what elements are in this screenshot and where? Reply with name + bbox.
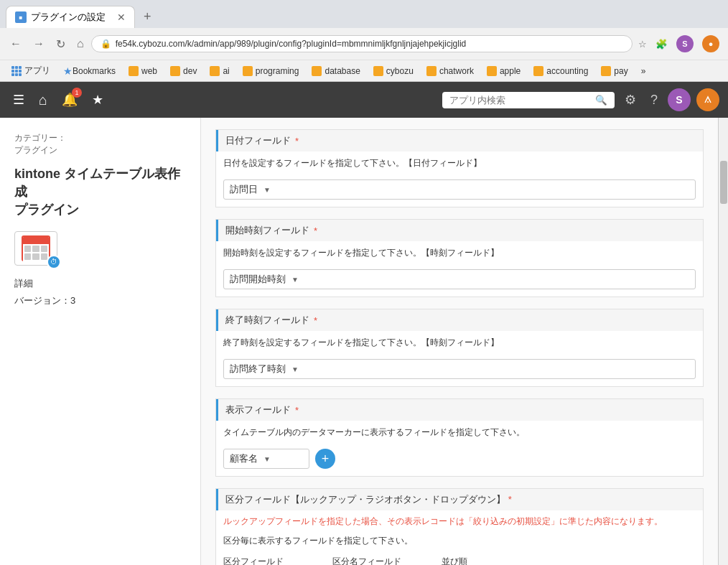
display-field-section: 表示フィールド * タイムテーブル内のデータマーカーに表示するフィールドを指定し… (215, 398, 704, 477)
user-avatar-s[interactable]: S (668, 88, 691, 111)
bookmark-dev[interactable]: dev (164, 65, 202, 78)
start-time-label-bar: 開始時刻フィールド * (216, 220, 703, 241)
folder-icon-chatwork (426, 66, 437, 76)
end-time-label-bar: 終了時刻フィールド * (216, 309, 703, 331)
search-box[interactable]: 🔍 (442, 92, 615, 108)
folder-icon-ai (210, 66, 220, 76)
profile-s-button[interactable]: S (673, 32, 696, 55)
start-time-section: 開始時刻フィールド * 開始時刻を設定するフィールドを指定して下さい。【時刻フィ… (215, 219, 704, 297)
folder-icon-database (312, 66, 322, 76)
bookmark-ai[interactable]: ai (204, 65, 235, 78)
date-field-dropdown[interactable]: 訪問日 ▼ (223, 179, 696, 200)
bookmark-database[interactable]: database (306, 65, 365, 78)
profile-avatar-notif: ● (702, 35, 719, 52)
display-field-desc: タイムテーブル内のデータマーカーに表示するフィールドを指定して下さい。 (216, 421, 703, 444)
bookmark-accounting[interactable]: accounting (528, 65, 594, 78)
bookmark-chatwork[interactable]: chatwork (421, 65, 480, 78)
end-time-section: 終了時刻フィールド * 終了時刻を設定するフィールドを指定して下さい。【時刻フィ… (215, 309, 704, 387)
address-bar: ← → ↻ ⌂ 🔒 fe54k.cybozu.com/k/admin/app/9… (0, 28, 728, 60)
display-fields-row: 顧客名 ▼ + (223, 449, 696, 469)
bookmark-star-button[interactable]: ☆ (635, 32, 650, 55)
start-time-required-star: * (314, 225, 317, 236)
date-field-content: 訪問日 ▼ (216, 175, 703, 207)
display-field-label: 表示フィールド (225, 403, 291, 416)
scrollbar-thumb (720, 161, 727, 204)
plugin-icon: ⏱ (14, 231, 57, 266)
display-field-arrow: ▼ (263, 455, 271, 463)
clock-icon: ⏱ (47, 255, 61, 269)
back-button[interactable]: ← (6, 34, 26, 53)
kubun-warning-text: ルックアップフィールドを指定した場合、その表示レコードは「絞り込みの初期設定」に… (216, 510, 703, 532)
kubun-col3-header: 並び順 (442, 556, 528, 565)
date-field-value: 訪問日 (230, 183, 258, 196)
category-label: カテゴリー： (14, 132, 186, 144)
display-field-add-button[interactable]: + (315, 449, 335, 469)
bookmarks-bar: アプリ ★ Bookmarks web dev ai programing da… (0, 60, 728, 81)
forward-button[interactable]: → (29, 34, 49, 53)
right-scrollbar[interactable] (718, 118, 728, 565)
notif-avatar[interactable] (696, 88, 719, 111)
bookmark-web[interactable]: web (123, 65, 163, 78)
end-time-content: 訪問終了時刻 ▼ (216, 355, 703, 386)
profile-avatar-s: S (676, 35, 694, 52)
end-time-dropdown[interactable]: 訪問終了時刻 ▼ (223, 359, 696, 379)
bell-badge: 1 (72, 88, 82, 98)
sidebar-version: バージョン：3 (14, 294, 186, 307)
address-text: fe54k.cybozu.com/k/admin/app/989/plugin/… (116, 39, 623, 49)
end-time-arrow: ▼ (291, 365, 299, 373)
home-button[interactable]: ⌂ (73, 34, 88, 53)
kubun-col2-header: 区分名フィールド (332, 556, 433, 565)
date-required-star: * (295, 136, 299, 146)
bookmark-cybozu[interactable]: cybozu (368, 65, 419, 78)
active-tab[interactable]: ■ プラグインの設定 ✕ (6, 6, 135, 28)
bookmark-bookmarks[interactable]: ★ Bookmarks (57, 64, 121, 78)
bookmark-programing[interactable]: programing (237, 65, 305, 78)
folder-icon-web (129, 66, 139, 76)
tab-favicon: ■ (15, 11, 27, 23)
favorite-button[interactable]: ★ (88, 88, 108, 112)
search-input[interactable] (449, 95, 595, 106)
profile-notif-button[interactable]: ● (699, 32, 722, 55)
star-icon: ★ (63, 65, 73, 77)
tab-close-button[interactable]: ✕ (117, 11, 126, 23)
start-time-dropdown[interactable]: 訪問開始時刻 ▼ (223, 269, 696, 289)
kubun-section: 区分フィールド【ルックアップ・ラジオボタン・ドロップダウン】 * ルックアップフ… (215, 488, 704, 565)
bell-button[interactable]: 🔔 1 (57, 88, 82, 112)
bookmark-pay[interactable]: pay (595, 65, 633, 78)
folder-icon-accounting (533, 66, 543, 76)
start-time-label: 開始時刻フィールド (225, 224, 309, 237)
help-button[interactable]: ? (646, 88, 662, 112)
svg-point-0 (701, 93, 714, 106)
date-field-arrow: ▼ (263, 186, 271, 194)
folder-icon-programing (243, 66, 253, 76)
search-submit-button[interactable]: 🔍 (595, 95, 607, 106)
bookmark-apple[interactable]: apple (481, 65, 526, 78)
category-value: プラグイン (14, 144, 186, 157)
address-input[interactable]: 🔒 fe54k.cybozu.com/k/admin/app/989/plugi… (91, 35, 633, 52)
start-time-desc: 開始時刻を設定するフィールドを指定して下さい。【時刻フィールド】 (216, 241, 703, 265)
extensions-button[interactable]: 🧩 (653, 32, 671, 55)
end-time-required-star: * (314, 315, 317, 326)
menu-button[interactable]: ☰ (9, 88, 29, 112)
kubun-label: 区分フィールド【ルックアップ・ラジオボタン・ドロップダウン】 (225, 494, 505, 505)
sidebar-detail-label: 詳細 (14, 277, 186, 290)
end-time-label: 終了時刻フィールド (225, 314, 309, 327)
end-time-value: 訪問終了時刻 (230, 363, 286, 375)
plugin-title: kintone タイムテーブル表作成 プラグイン (14, 165, 186, 220)
end-time-desc: 終了時刻を設定するフィールドを指定して下さい。【時刻フィールド】 (216, 331, 703, 355)
kubun-label-bar: 区分フィールド【ルックアップ・ラジオボタン・ドロップダウン】 * (216, 489, 703, 510)
svg-point-1 (707, 101, 709, 103)
display-field-dropdown[interactable]: 顧客名 ▼ (223, 449, 309, 469)
folder-icon-pay (601, 66, 611, 76)
date-field-label: 日付フィールド (225, 134, 291, 147)
folder-icon-dev (170, 66, 180, 76)
home-button[interactable]: ⌂ (34, 88, 52, 113)
reload-button[interactable]: ↻ (52, 34, 70, 54)
bookmark-apps[interactable]: アプリ (6, 63, 56, 78)
new-tab-button[interactable]: + (138, 9, 157, 24)
bookmark-more[interactable]: » (635, 65, 652, 78)
settings-button[interactable]: ⚙ (620, 88, 640, 112)
browser-chrome: ■ プラグインの設定 ✕ + ← → ↻ ⌂ 🔒 fe54k.cybozu.co… (0, 0, 728, 82)
folder-icon-apple (487, 66, 497, 76)
folder-icon-cybozu (373, 66, 383, 76)
